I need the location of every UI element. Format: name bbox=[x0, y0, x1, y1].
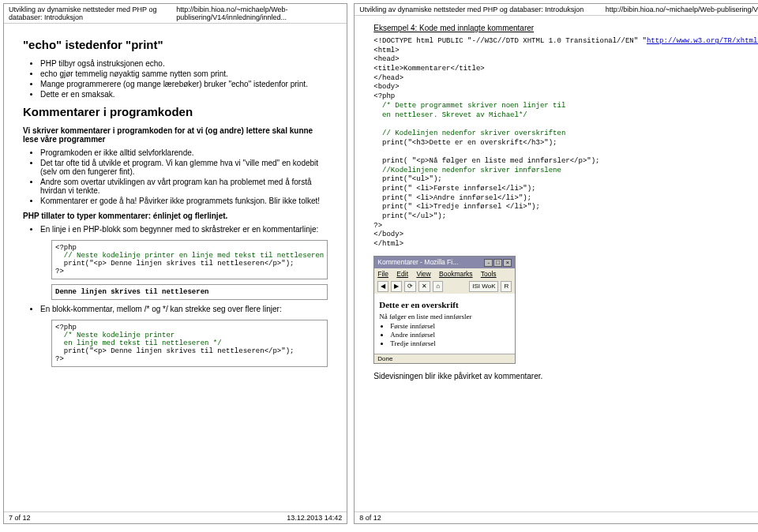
code-line: ?> bbox=[55, 268, 64, 275]
list-item: PHP tilbyr også instruksjonen echo. bbox=[40, 59, 328, 68]
code-line-comment: //Kodelinjene nedenfor skriver innførsle… bbox=[373, 167, 561, 174]
page-left: Utvikling av dynamiske nettsteder med PH… bbox=[3, 3, 347, 524]
browser-statusbar: Done bbox=[374, 354, 515, 363]
inline-comment-intro: En linje i en PHP-blokk som begynner med… bbox=[23, 225, 328, 234]
block-comment-intro: En blokk-kommentar, mellom /* og */ kan … bbox=[23, 305, 328, 313]
doctype-url: http://www.w3.org/TR/xhtml1/DTD/xhtml1- bbox=[647, 37, 758, 45]
list-item: Det tar ofte tid å utvikle et program. V… bbox=[40, 159, 328, 176]
code-block-2: <?php /* Neste kodelinje printer en linj… bbox=[51, 320, 328, 367]
code-line: <html> bbox=[373, 47, 399, 54]
menu-bookmarks[interactable]: Bookmarks bbox=[439, 270, 473, 278]
list-item: Første innførsel bbox=[390, 322, 510, 330]
heading-echo: "echo" istedenfor "print" bbox=[23, 38, 328, 51]
page-footer-right: 8 of 12 13.12.2013 14:42 bbox=[355, 511, 758, 523]
list-item: echo gjør temmelig nøyaktig samme nytten… bbox=[40, 69, 328, 78]
footnote-text: Sidevisningen blir ikke påvirket av komm… bbox=[373, 372, 758, 380]
code-line: print(" <li>Andre innførsel</li>"); bbox=[373, 194, 531, 202]
code-line: <title>Kommentarer</title> bbox=[373, 65, 484, 73]
page-header-left: Utvikling av dynamiske nettsteder med PH… bbox=[4, 4, 347, 24]
back-icon[interactable]: ◀ bbox=[377, 281, 388, 292]
list-item: Andre innførsel bbox=[390, 331, 510, 339]
code-line-comment: /* Dette programmet skriver noen linjer … bbox=[373, 102, 565, 110]
rendered-paragraph: Nå følger en liste med innførsler bbox=[379, 313, 510, 320]
code-line: <?php bbox=[55, 244, 77, 252]
php-comment-types: PHP tillater to typer kommentarer: énlin… bbox=[23, 212, 328, 220]
output-line: Denne linjen skrives til nettleseren bbox=[55, 288, 208, 296]
code-line: print("<ul>"); bbox=[373, 175, 441, 183]
forward-icon[interactable]: ▶ bbox=[391, 281, 402, 292]
example-title: Eksempel 4: Kode med innlagte kommentare… bbox=[373, 24, 758, 32]
menu-edit[interactable]: Edit bbox=[396, 270, 408, 278]
code-line: print("<p> Denne linjen skrives til nett… bbox=[55, 260, 294, 268]
home-icon[interactable]: ⌂ bbox=[433, 281, 443, 292]
list-item: En blokk-kommentar, mellom /* og */ kan … bbox=[40, 305, 328, 313]
page-header-right: Utvikling av dynamiske nettsteder med PH… bbox=[355, 4, 758, 16]
maximize-icon[interactable]: □ bbox=[493, 259, 502, 267]
doc-title: Utvikling av dynamiske nettsteder med PH… bbox=[9, 6, 176, 21]
list-item: Dette er en smaksak. bbox=[40, 90, 328, 99]
example-code: <!DOCTYPE html PUBLIC "-//W3C//DTD XHTML… bbox=[373, 37, 758, 249]
page-body-left: "echo" istedenfor "print" PHP tilbyr ogs… bbox=[4, 24, 347, 511]
menu-view[interactable]: View bbox=[416, 270, 430, 278]
code-line: ?> bbox=[373, 222, 382, 230]
comments-bullets: Programkoden er ikke alltid selvforklare… bbox=[23, 148, 328, 205]
page-right: Utvikling av dynamiske nettsteder med PH… bbox=[354, 3, 758, 524]
output-block-1: Denne linjen skrives til nettleseren bbox=[51, 284, 328, 300]
code-line: <head> bbox=[373, 55, 399, 63]
code-line: <?php bbox=[55, 324, 77, 332]
close-icon[interactable]: × bbox=[503, 259, 512, 267]
page-body-right: Eksempel 4: Kode med innlagte kommentare… bbox=[355, 16, 758, 511]
code-block-1: <?php // Neste kodelinje printer en linj… bbox=[51, 240, 328, 279]
code-line-comment: // Kodelinjen nedenfor skriver overskrif… bbox=[373, 129, 565, 137]
menu-file[interactable]: File bbox=[377, 270, 388, 278]
rendered-list: Første innførsel Andre innførsel Tredje … bbox=[390, 322, 510, 347]
status-text: Done bbox=[377, 355, 392, 362]
code-line: </body> bbox=[373, 230, 403, 238]
code-line-comment: en linje med tekst til nettleseren */ bbox=[55, 339, 222, 347]
list-item: En linje i en PHP-blokk som begynner med… bbox=[40, 225, 328, 234]
list-item: Andre som overtar utviklingen av vårt pr… bbox=[40, 178, 328, 195]
code-line: print(" <li>Første innførsel</li>"); bbox=[373, 185, 535, 193]
code-line-comment: en nettleser. Skrevet av Michael*/ bbox=[373, 111, 527, 119]
code-line: ?> bbox=[55, 355, 64, 363]
browser-titlebar: Kommentarer - Mozilla Fi... -□× bbox=[374, 257, 515, 268]
list-item: Kommentarer er gode å ha! Påvirker ikke … bbox=[40, 197, 328, 205]
window-controls: -□× bbox=[483, 258, 512, 267]
page-timestamp: 13.12.2013 14:42 bbox=[287, 514, 342, 522]
two-page-spread: Utvikling av dynamiske nettsteder med PH… bbox=[0, 0, 758, 527]
code-line: print(" <li>Tredje innførsel </li>"); bbox=[373, 203, 540, 211]
code-line: <?php bbox=[373, 92, 395, 100]
toolbar-isi[interactable]: ISI WoK bbox=[469, 281, 498, 292]
comments-intro: Vi skriver kommentarer i programkoden fo… bbox=[23, 126, 328, 144]
browser-viewport: Dette er en overskrift Nå følger en list… bbox=[374, 294, 515, 354]
rendered-heading: Dette er en overskrift bbox=[379, 300, 510, 309]
doc-url: http://bibin.hioa.no/~michaelp/Web-publi… bbox=[176, 6, 342, 21]
echo-bullets: PHP tilbyr også instruksjonen echo. echo… bbox=[23, 59, 328, 99]
reload-icon[interactable]: ⟳ bbox=[404, 281, 416, 292]
browser-window: Kommentarer - Mozilla Fi... -□× File Edi… bbox=[373, 256, 516, 364]
menu-tools[interactable]: Tools bbox=[481, 270, 497, 278]
heading-comments: Kommentarer i programkoden bbox=[23, 105, 328, 118]
browser-menubar: File Edit View Bookmarks Tools bbox=[374, 268, 515, 279]
list-item: Tredje innførsel bbox=[390, 339, 510, 347]
code-line: print("</ul>"); bbox=[373, 212, 446, 220]
toolbar-r[interactable]: R bbox=[501, 281, 512, 292]
doc-url: http://bibin.hioa.no/~michaelp/Web-publi… bbox=[606, 6, 758, 13]
list-item: Mange programmerere (og mange lærebøker)… bbox=[40, 80, 328, 88]
page-number: 7 of 12 bbox=[9, 514, 31, 522]
code-line: print("<p> Denne linjen skrives til nett… bbox=[55, 347, 294, 355]
browser-title: Kommentarer - Mozilla Fi... bbox=[377, 258, 458, 266]
code-line-comment: // Neste kodelinje printer en linje med … bbox=[55, 252, 324, 260]
code-line: </html> bbox=[373, 240, 403, 248]
doc-title: Utvikling av dynamiske nettsteder med PH… bbox=[359, 6, 584, 13]
code-line: <body> bbox=[373, 83, 399, 91]
stop-icon[interactable]: ✕ bbox=[418, 281, 430, 292]
code-line: <!DOCTYPE html PUBLIC "-//W3C//DTD XHTML… bbox=[373, 37, 758, 45]
minimize-icon[interactable]: - bbox=[484, 259, 493, 267]
code-line: print("<h3>Dette er en overskrift</h3>")… bbox=[373, 139, 557, 147]
page-number: 8 of 12 bbox=[359, 514, 381, 522]
list-item: Programkoden er ikke alltid selvforklare… bbox=[40, 148, 328, 157]
code-line-comment: /* Neste kodelinje printer bbox=[55, 332, 174, 339]
code-line: </head> bbox=[373, 74, 403, 82]
browser-toolbar: ◀ ▶ ⟳ ✕ ⌂ ISI WoK R bbox=[374, 279, 515, 294]
